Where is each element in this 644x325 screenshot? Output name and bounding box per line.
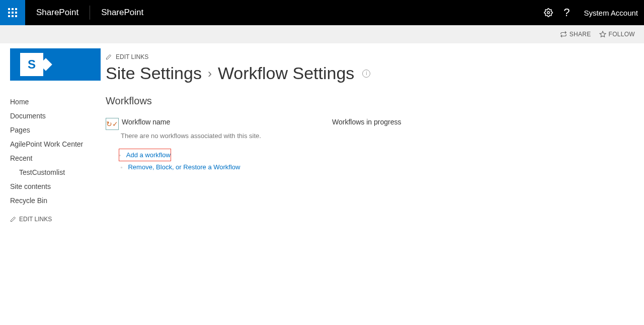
svg-point-0 (547, 12, 550, 14)
nav-agilepoint[interactable]: AgilePoint Work Center (10, 137, 101, 151)
suite-bar: SharePoint SharePoint ? System Account (0, 0, 644, 25)
page-title: Site Settings › Workflow Settings i (106, 63, 634, 95)
nav-recycle-bin[interactable]: Recycle Bin (10, 193, 101, 208)
workflow-columns: ↻✓ Workflow name There are no workflows … (106, 118, 634, 173)
edit-links-top-label: EDIT LINKS (116, 53, 148, 60)
edit-links-nav[interactable]: EDIT LINKS (10, 208, 101, 231)
nav-site-contents[interactable]: Site contents (10, 179, 101, 193)
breadcrumb-workflow-settings: Workflow Settings (218, 63, 354, 83)
app-launcher-button[interactable] (0, 0, 25, 25)
add-workflow-link[interactable]: Add a workflow (126, 151, 171, 159)
workflow-icon: ↻✓ (106, 118, 119, 130)
help-button[interactable]: ? (557, 6, 576, 19)
breadcrumb-site-settings[interactable]: Site Settings (106, 63, 202, 83)
left-column: S Home Documents Pages AgilePoint Work C… (0, 48, 101, 231)
gear-icon (544, 8, 553, 17)
follow-button[interactable]: FOLLOW (599, 31, 635, 38)
workflow-name-column: ↻✓ Workflow name There are no workflows … (106, 118, 332, 173)
share-label: SHARE (570, 31, 591, 38)
section-title-workflows: Workflows (106, 95, 634, 107)
sharepoint-logo-icon: S (20, 53, 43, 76)
nav-home[interactable]: Home (10, 95, 101, 109)
nav-recent[interactable]: Recent (10, 151, 101, 165)
nav-testcustomlist[interactable]: TestCustomlist (10, 165, 101, 179)
page-action-bar: SHARE FOLLOW (0, 25, 644, 43)
breadcrumb-separator-icon: › (208, 67, 212, 81)
share-button[interactable]: SHARE (560, 31, 591, 38)
workflow-links: Add a workflow Remove, Block, or Restore… (106, 149, 332, 173)
workflow-name-header: ↻✓ Workflow name (106, 118, 332, 130)
star-icon (599, 31, 606, 38)
remove-workflow-item: Remove, Block, or Restore a Workflow (121, 161, 332, 173)
info-icon[interactable]: i (362, 70, 370, 78)
pencil-icon (106, 54, 112, 60)
site-logo[interactable]: S (10, 48, 101, 81)
site-brand[interactable]: SharePoint (90, 8, 154, 18)
add-workflow-item: Add a workflow (119, 149, 171, 161)
main-area: S Home Documents Pages AgilePoint Work C… (0, 43, 644, 231)
share-icon (560, 31, 567, 38)
edit-links-nav-label: EDIT LINKS (19, 216, 52, 223)
suite-brand[interactable]: SharePoint (25, 6, 90, 20)
pencil-icon (10, 216, 16, 222)
workflows-in-progress-header: Workflows in progress (332, 118, 401, 126)
follow-label: FOLLOW (609, 31, 635, 38)
workflow-progress-column: Workflows in progress (332, 118, 401, 173)
content-area: EDIT LINKS Site Settings › Workflow Sett… (101, 48, 644, 231)
svg-marker-1 (600, 31, 606, 37)
checkmark-spin-icon: ↻✓ (106, 120, 118, 127)
help-icon: ? (564, 6, 570, 19)
quick-launch-nav: Home Documents Pages AgilePoint Work Cen… (10, 95, 101, 208)
no-workflows-message: There are no workflows associated with t… (106, 130, 332, 149)
settings-button[interactable] (539, 8, 557, 17)
workflow-name-header-text: Workflow name (122, 118, 170, 126)
nav-pages[interactable]: Pages (10, 123, 101, 137)
waffle-icon (8, 8, 17, 17)
nav-documents[interactable]: Documents (10, 109, 101, 123)
edit-links-top[interactable]: EDIT LINKS (106, 48, 634, 63)
account-menu[interactable]: System Account (576, 9, 644, 17)
remove-workflow-link[interactable]: Remove, Block, or Restore a Workflow (128, 163, 240, 171)
